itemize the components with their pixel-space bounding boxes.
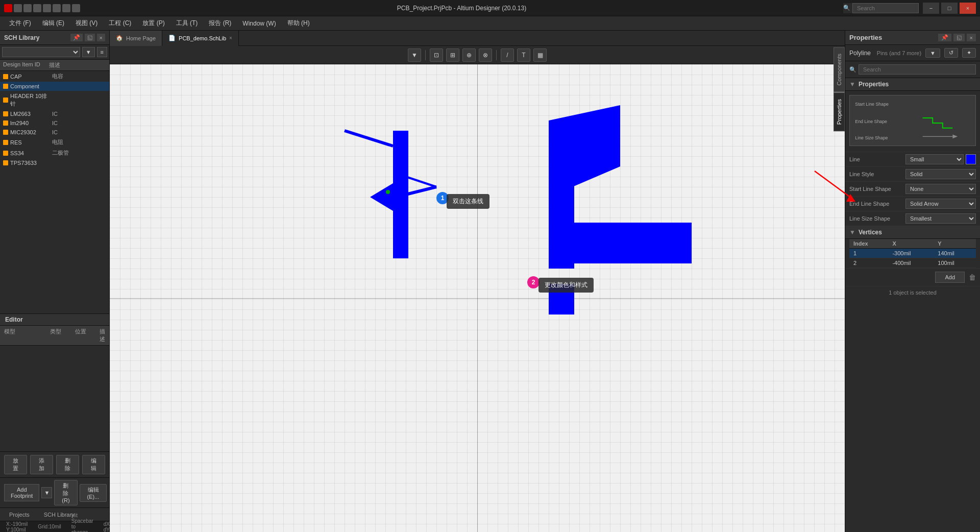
props-action-btn-1[interactable]: ↺ — [944, 48, 958, 58]
toolbar-rect-btn[interactable]: ▦ — [533, 49, 547, 62]
line-control: Small — [905, 154, 976, 164]
add-footprint-dropdown[interactable]: ▼ — [41, 487, 52, 498]
menu-help[interactable]: 帮助 (H) — [282, 17, 315, 30]
pcb-tab-label: PCB_demo.SchLib — [179, 35, 226, 41]
line-label: Line — [849, 156, 905, 162]
menu-place[interactable]: 放置 (P) — [137, 17, 169, 30]
end-shape-control: Solid Arrow — [905, 199, 976, 209]
lib-row-indicator — [3, 151, 8, 156]
vertex-row-2[interactable]: 2 -400mil 100mil — [849, 258, 976, 268]
end-shape-select[interactable]: Solid Arrow — [905, 199, 976, 209]
lib-row-ss34[interactable]: SS34 二极管 — [0, 148, 109, 158]
line-style-label: Line Style — [849, 171, 905, 177]
tab-pcb-demo[interactable]: 📄 PCB_demo.SchLib × — [162, 31, 239, 46]
menu-project[interactable]: 工程 (C) — [104, 17, 136, 30]
menu-window[interactable]: Window (W) — [237, 18, 281, 29]
tab-home-page[interactable]: 🏠 Home Page — [110, 31, 162, 46]
lib-row-id: RES — [10, 139, 52, 146]
minimize-button[interactable]: − — [923, 3, 939, 14]
lib-row-id: lm2940 — [10, 120, 52, 126]
left-panel-header: SCH Library 📌 ◱ × — [0, 31, 109, 45]
lib-row-id: SS34 — [10, 150, 52, 156]
col-design-id: Design Item ID — [3, 61, 49, 69]
vertex-row-1[interactable]: 1 -300mil 140mil — [849, 249, 976, 258]
restore-button[interactable]: □ — [941, 3, 958, 14]
lib-row-tps73633[interactable]: TPS73633 — [0, 158, 109, 167]
left-panel-title: SCH Library — [4, 34, 39, 41]
app-icon-4 — [33, 4, 41, 12]
add-vertex-button[interactable]: Add — [935, 272, 965, 283]
lib-action-buttons: 放置 添加 删除 编辑 — [0, 451, 109, 477]
home-tab-label: Home Page — [126, 35, 156, 41]
start-shape-select[interactable]: None — [905, 184, 976, 194]
props-filter-btn[interactable]: ▼ — [925, 49, 940, 58]
delete-vertex-button[interactable]: 🗑 — [969, 273, 976, 281]
right-panel-controls: 📌 ◱ × — [938, 34, 976, 41]
left-panel-close-btn[interactable]: × — [97, 34, 105, 41]
menu-file[interactable]: 文件 (F) — [4, 17, 36, 30]
lib-row-id: HEADER 10排针 — [10, 92, 52, 108]
lib-row-mic29302[interactable]: MIC29302 IC — [0, 128, 109, 137]
left-panel-float-btn[interactable]: ◱ — [85, 34, 95, 41]
add-button[interactable]: 添加 — [30, 455, 53, 474]
lib-row-desc: IC — [52, 120, 106, 126]
line-style-select[interactable]: Solid — [905, 169, 976, 179]
vertices-section-header[interactable]: ▼ Vertices — [845, 226, 980, 239]
lib-filter-btn[interactable]: ▼ — [82, 47, 95, 57]
edit-footprint-button[interactable]: 编辑 (E)... — [80, 484, 107, 502]
blue-rect-bottom — [549, 223, 692, 263]
pcb-tab-icon: 📄 — [168, 35, 176, 41]
right-panel-pin-btn[interactable]: 📌 — [938, 34, 951, 41]
lib-row-desc: 二极管 — [52, 149, 106, 157]
lib-row-header10[interactable]: HEADER 10排针 — [0, 91, 109, 109]
menu-tools[interactable]: 工具 (T) — [171, 17, 203, 30]
canvas-area[interactable]: 1 双击这条线 2 更改颜色和样式 — [110, 64, 845, 532]
edit-button[interactable]: 编辑 — [82, 455, 105, 474]
right-panel-close-btn[interactable]: × — [967, 34, 976, 41]
properties-section-header[interactable]: ▼ Properties — [845, 78, 980, 91]
titlebar-search-input[interactable] — [852, 3, 919, 13]
lib-row-component[interactable]: Component — [0, 82, 109, 91]
components-side-tab[interactable]: Components — [834, 47, 845, 92]
lib-toolbar: ▼ ≡ — [0, 45, 109, 60]
toolbar-draw-btn[interactable]: / — [501, 49, 514, 62]
lib-row-res[interactable]: RES 电阻 — [0, 137, 109, 148]
props-action-btn-2[interactable]: ✦ — [962, 48, 976, 58]
line-size-select[interactable]: Small — [905, 154, 964, 164]
vertex-2-x: -400mil — [888, 258, 934, 268]
menu-edit[interactable]: 编辑 (E) — [37, 17, 69, 30]
shape-preview-svg: Start Line Shape End Line Shape Line Siz… — [849, 95, 976, 146]
end-shape-label: End Line Shape — [849, 201, 905, 207]
lib-menu-btn[interactable]: ≡ — [97, 47, 107, 57]
delete-button[interactable]: 删除 — [56, 455, 79, 474]
toolbar-filter-btn[interactable]: ▼ — [408, 49, 421, 62]
delete-footprint-button[interactable]: 删除 (R) — [54, 480, 77, 505]
toolbar-select-btn[interactable]: ⊡ — [430, 49, 443, 62]
properties-side-tab[interactable]: Properties — [834, 92, 845, 131]
left-panel-controls: 📌 ◱ × — [70, 34, 105, 41]
lib-row-lm2940[interactable]: lm2940 IC — [0, 118, 109, 128]
props-filter-label: Pins (and 7 more) — [875, 50, 921, 56]
line-color-swatch[interactable] — [966, 154, 976, 164]
toolbar-deselect-btn[interactable]: ⊞ — [446, 49, 459, 62]
tab-close-icon[interactable]: × — [229, 35, 232, 41]
left-panel-pin-btn[interactable]: 📌 — [70, 34, 83, 41]
vertices-footer: Add 🗑 — [845, 268, 980, 286]
lib-row-lm2663[interactable]: LM2663 IC — [0, 109, 109, 118]
props-search-bar: 🔍 — [845, 61, 980, 78]
props-search-input[interactable] — [859, 64, 976, 75]
line-size-shape-select[interactable]: Smallest — [905, 213, 976, 224]
close-button[interactable]: × — [960, 3, 976, 14]
place-button[interactable]: 放置 — [4, 455, 27, 474]
lib-dropdown[interactable] — [2, 47, 80, 57]
status-coords: X:-190mil Y:100mil — [6, 521, 28, 533]
menu-view[interactable]: 视图 (V) — [70, 17, 103, 30]
toolbar-fit-btn[interactable]: ⊗ — [479, 49, 492, 62]
menu-report[interactable]: 报告 (R) — [204, 17, 236, 30]
tab-projects[interactable]: Projects — [4, 511, 35, 519]
toolbar-text-btn[interactable]: T — [517, 49, 530, 62]
lib-row-cap[interactable]: CAP 电容 — [0, 71, 109, 82]
add-footprint-button[interactable]: Add Footprint — [4, 484, 39, 501]
right-panel-float-btn[interactable]: ◱ — [953, 34, 965, 41]
toolbar-zoom-btn[interactable]: ⊕ — [462, 49, 476, 62]
